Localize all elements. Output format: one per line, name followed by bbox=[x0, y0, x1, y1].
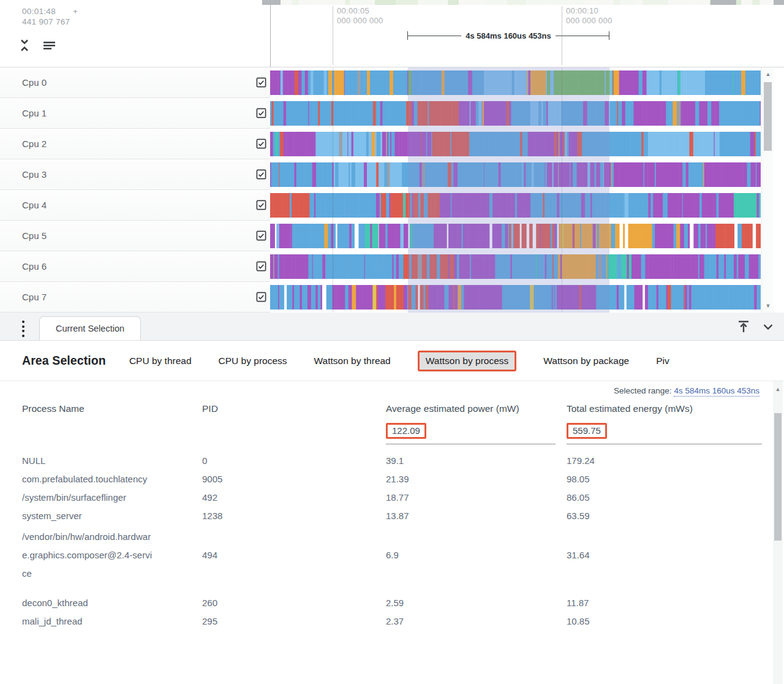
cpu-track-label-cell[interactable]: Cpu 6 bbox=[0, 251, 270, 282]
cpu-track-label-cell[interactable]: Cpu 4 bbox=[0, 190, 270, 221]
pid-cell: 260 bbox=[202, 594, 386, 612]
summary-avg-power-annotated: 122.09 bbox=[386, 423, 426, 439]
sort-tracks-icon[interactable] bbox=[42, 38, 56, 53]
process-table-row[interactable]: NULL 0 39.1 179.24 bbox=[22, 452, 762, 470]
total-energy-cell: 179.24 bbox=[567, 452, 762, 470]
process-table-row[interactable]: mali_jd_thread 295 2.37 10.85 bbox=[22, 612, 762, 631]
cpu-track-timeline[interactable] bbox=[270, 159, 761, 190]
viewport-time: 00:01:48 bbox=[22, 7, 56, 16]
cpu-track-checkbox[interactable] bbox=[256, 108, 266, 118]
total-energy-cell: 10.85 bbox=[567, 612, 762, 631]
avg-power-cell: 18.77 bbox=[386, 488, 567, 507]
cpu-track-label-cell[interactable]: Cpu 0 bbox=[0, 67, 270, 98]
process-name-cell: mali_jd_thread bbox=[22, 612, 152, 631]
cpu-track-row: Cpu 7 bbox=[0, 282, 784, 313]
avg-power-cell: 6.9 bbox=[386, 546, 567, 564]
process-name-cell: NULL bbox=[22, 452, 152, 470]
selected-range-value-link[interactable]: 4s 584ms 160us 453ns bbox=[674, 386, 760, 397]
tab-cpu-by-thread[interactable]: CPU by thread bbox=[129, 352, 192, 370]
cpu-track-label-cell[interactable]: Cpu 1 bbox=[0, 98, 270, 129]
col-total-energy: Total estimated energy (mWs) bbox=[567, 402, 762, 416]
total-energy-cell: 63.59 bbox=[567, 507, 762, 525]
cpu-track-label: Cpu 5 bbox=[22, 230, 256, 241]
cpu-track-timeline[interactable] bbox=[270, 190, 761, 221]
cpu-track-checkbox[interactable] bbox=[256, 230, 266, 241]
process-name-cell: /system/bin/surfaceflinger bbox=[22, 488, 152, 507]
summary-total-energy-annotated: 559.75 bbox=[567, 423, 607, 439]
cpu-track-checkbox[interactable] bbox=[256, 169, 266, 180]
process-table-row[interactable]: /vendor/bin/hw/android.hardware.graphics… bbox=[22, 525, 762, 585]
process-table-row[interactable]: com.prefabulated.touchlatency 9005 21.39… bbox=[22, 470, 762, 488]
avg-power-cell: 21.39 bbox=[386, 470, 567, 488]
cpu-track-row: Cpu 6 bbox=[0, 251, 784, 282]
tab-wattson-by-thread[interactable]: Wattson by thread bbox=[314, 352, 391, 370]
viewport-time-sub: 441 907 767 bbox=[22, 17, 78, 27]
table-summary-row: 122.09 559.75 bbox=[22, 423, 762, 444]
cpu-track-row: Cpu 0 bbox=[0, 67, 784, 98]
selected-range-label: Selected range: bbox=[614, 386, 672, 395]
total-energy-cell: 98.05 bbox=[567, 470, 762, 488]
cpu-track-label: Cpu 4 bbox=[22, 200, 256, 210]
area-selection-tabstrip: Area Selection CPU by threadCPU by proce… bbox=[0, 341, 784, 381]
process-table-row[interactable]: system_server 1238 13.87 63.59 bbox=[22, 507, 762, 525]
wattson-table-panel: Selected range: 4s 584ms 160us 453ns Pro… bbox=[0, 381, 784, 684]
scroll-up-icon[interactable]: ▲ bbox=[762, 71, 774, 77]
cpu-track-timeline[interactable] bbox=[270, 98, 761, 129]
total-energy-cell: 86.05 bbox=[567, 488, 762, 507]
tracks-scrollbar-thumb[interactable] bbox=[764, 82, 772, 151]
avg-power-cell: 39.1 bbox=[386, 452, 567, 470]
cpu-tracks-area: Cpu 0 Cpu 1 Cpu 2 bbox=[0, 67, 784, 313]
cpu-track-checkbox[interactable] bbox=[256, 292, 266, 302]
col-process-name: Process Name bbox=[22, 402, 202, 416]
total-energy-cell: 11.87 bbox=[567, 594, 762, 612]
process-name-cell: system_server bbox=[22, 507, 152, 525]
cpu-track-checkbox[interactable] bbox=[256, 200, 266, 210]
table-scrollbar[interactable]: ▲ bbox=[773, 381, 783, 684]
cpu-track-timeline[interactable] bbox=[270, 67, 761, 98]
scroll-down-icon[interactable]: ▼ bbox=[762, 303, 774, 309]
trace-overview-minimap[interactable] bbox=[0, 0, 784, 5]
tab-piv[interactable]: Piv bbox=[656, 352, 669, 370]
col-pid: PID bbox=[202, 402, 386, 416]
cpu-track-checkbox[interactable] bbox=[256, 139, 266, 149]
cpu-track-label-cell[interactable]: Cpu 2 bbox=[0, 129, 270, 159]
cpu-track-label-cell[interactable]: Cpu 7 bbox=[0, 282, 270, 313]
cpu-track-label-cell[interactable]: Cpu 5 bbox=[0, 221, 270, 251]
table-scrollbar-thumb[interactable] bbox=[774, 413, 782, 541]
tab-wattson-by-process[interactable]: Wattson by process bbox=[418, 351, 517, 371]
selection-duration-bracket: 4s 584ms 160us 453ns bbox=[407, 31, 609, 40]
tab-wattson-by-package[interactable]: Wattson by package bbox=[543, 352, 629, 370]
avg-power-cell: 2.59 bbox=[386, 594, 567, 612]
process-name-cell: com.prefabulated.touchlatency bbox=[22, 470, 152, 488]
ruler-mark-5s: 00:00:05 000 000 000 bbox=[333, 6, 383, 65]
cpu-track-label-cell[interactable]: Cpu 3 bbox=[0, 159, 270, 190]
timeline-header: 00:01:48+ 441 907 767 00:00:05 000 000 0… bbox=[0, 0, 784, 67]
selected-range: Selected range: 4s 584ms 160us 453ns bbox=[614, 386, 760, 395]
selection-duration-label: 4s 584ms 160us 453ns bbox=[461, 31, 556, 40]
cpu-track-timeline[interactable] bbox=[270, 129, 761, 159]
cpu-track-checkbox[interactable] bbox=[256, 77, 266, 88]
collapse-panel-icon[interactable] bbox=[761, 319, 775, 334]
process-name-cell: /vendor/bin/hw/android.hardware.graphics… bbox=[22, 525, 152, 585]
process-table-row[interactable]: decon0_kthread 260 2.59 11.87 bbox=[22, 594, 762, 612]
pid-cell: 0 bbox=[202, 452, 386, 470]
collapse-tracks-icon[interactable] bbox=[17, 38, 32, 53]
avg-power-cell: 2.37 bbox=[386, 612, 567, 631]
cpu-track-timeline[interactable] bbox=[270, 251, 761, 282]
process-table-row[interactable]: /system/bin/surfaceflinger 492 18.77 86.… bbox=[22, 488, 762, 507]
cpu-track-checkbox[interactable] bbox=[256, 261, 266, 272]
track-panel-divider bbox=[270, 5, 271, 67]
tab-current-selection-label: Current Selection bbox=[56, 324, 124, 333]
cpu-track-timeline[interactable] bbox=[270, 221, 761, 251]
table-scroll-up-icon[interactable]: ▲ bbox=[773, 386, 783, 392]
tracks-scrollbar[interactable]: ▲ ▼ bbox=[761, 67, 774, 313]
viewport-time-label: 00:01:48+ 441 907 767 bbox=[22, 6, 78, 27]
cpu-track-label: Cpu 2 bbox=[22, 139, 256, 149]
cpu-track-timeline[interactable] bbox=[270, 282, 761, 313]
tab-cpu-by-process[interactable]: CPU by process bbox=[219, 352, 287, 370]
cpu-track-label: Cpu 3 bbox=[22, 169, 256, 180]
cpu-track-row: Cpu 4 bbox=[0, 190, 784, 221]
expand-panel-to-top-icon[interactable] bbox=[736, 319, 751, 334]
tab-current-selection[interactable]: Current Selection bbox=[39, 316, 141, 340]
panel-menu-icon[interactable] bbox=[21, 319, 26, 338]
